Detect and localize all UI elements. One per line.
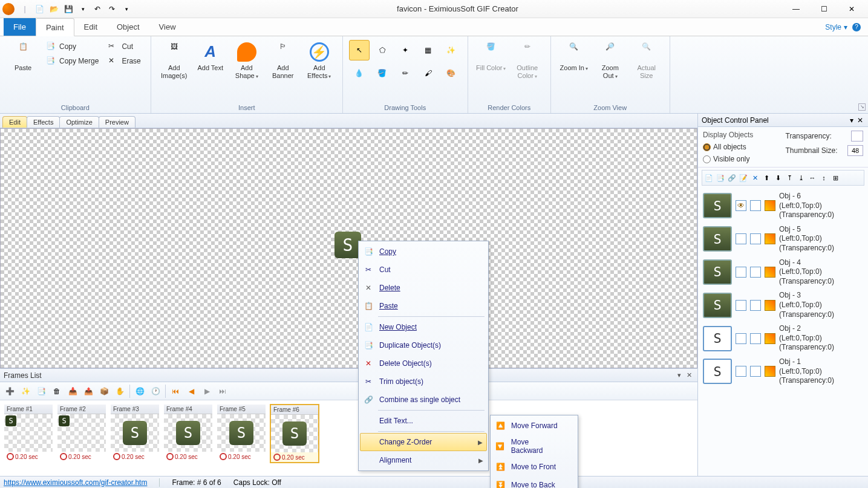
object-item[interactable]: S Obj - 6(Left:0,Top:0)(Transparency:0): [702, 189, 864, 223]
ftb-last-icon[interactable]: ⏭: [215, 384, 230, 399]
obj-visibility-toggle[interactable]: [736, 267, 746, 278]
rptb-b-icon[interactable]: ↕: [818, 172, 829, 183]
sparkle-tool[interactable]: ✨: [441, 40, 462, 60]
fill-color-button[interactable]: 🪣Fill Color: [474, 40, 508, 74]
ctx-delete-obj[interactable]: ✕Delete Object(s): [360, 354, 487, 373]
spray-tool[interactable]: 🎨: [441, 63, 462, 83]
ftb-magic-icon[interactable]: ✨: [18, 384, 33, 399]
rptb-a-icon[interactable]: ↔: [807, 172, 818, 183]
ctx-edit-text[interactable]: Edit Text...: [360, 412, 487, 430]
obj-lock-toggle[interactable]: [750, 366, 761, 377]
frames-options-icon[interactable]: ▾: [674, 371, 684, 380]
obj-color-toggle[interactable]: [765, 200, 775, 211]
add-effects-button[interactable]: ⚡Add Effects: [302, 40, 336, 82]
ctx-copy[interactable]: 📑Copy: [360, 242, 487, 261]
open-icon[interactable]: 📂: [47, 2, 60, 16]
ftb-add-icon[interactable]: ➕: [2, 384, 17, 399]
obj-color-toggle[interactable]: [765, 366, 775, 377]
sub-forward[interactable]: 🔼Move Forward: [492, 417, 576, 435]
obj-color-toggle[interactable]: [765, 333, 775, 344]
object-item[interactable]: S Obj - 3(Left:0,Top:0)(Transparency:0): [702, 288, 864, 322]
ftb-hand-icon[interactable]: ✋: [113, 384, 127, 399]
tab-effects[interactable]: Effects: [27, 116, 60, 128]
ftb-dup-icon[interactable]: 📑: [34, 384, 48, 399]
rptb-bot-icon[interactable]: ⤓: [795, 172, 806, 183]
frame-item[interactable]: Frame #5 S 0.20 sec: [217, 404, 266, 463]
copy-merge-button[interactable]: 📑Copy Merge: [42, 54, 102, 68]
add-shape-button[interactable]: Add Shape: [230, 40, 264, 82]
paste-button[interactable]: 📋Paste: [6, 40, 40, 74]
ctx-trim[interactable]: ✂Trim object(s): [360, 373, 487, 391]
object-tab[interactable]: Object: [107, 18, 149, 36]
ftb-box-icon[interactable]: 📦: [97, 384, 111, 399]
obj-panel-options-icon[interactable]: ▾: [847, 116, 856, 125]
ctx-new-object[interactable]: 📄New Object: [360, 318, 487, 336]
new-doc-icon[interactable]: 📄: [33, 2, 46, 16]
redo-icon[interactable]: ↷: [105, 2, 119, 16]
copy-button[interactable]: 📑Copy: [42, 40, 102, 53]
ctx-cut[interactable]: ✂Cut: [360, 261, 487, 279]
ribbon-collapse-icon[interactable]: ↘: [858, 103, 866, 111]
cut-button[interactable]: ✂Cut: [105, 40, 144, 53]
paint-tab[interactable]: Paint: [36, 18, 74, 36]
minimize-button[interactable]: —: [782, 1, 810, 18]
rptb-up-icon[interactable]: ⬆: [761, 172, 772, 183]
save-icon[interactable]: 💾: [62, 2, 75, 16]
close-button[interactable]: ✕: [838, 1, 866, 18]
view-tab[interactable]: View: [149, 18, 186, 36]
obj-color-toggle[interactable]: [765, 233, 775, 244]
ctx-delete[interactable]: ✕Delete: [360, 279, 487, 297]
bucket-tool[interactable]: 🪣: [372, 63, 393, 83]
tab-optimize[interactable]: Optimize: [59, 116, 99, 128]
maximize-button[interactable]: ☐: [810, 1, 838, 18]
ctx-paste[interactable]: 📋Paste: [360, 297, 487, 315]
style-button[interactable]: Style▾?: [818, 18, 868, 36]
obj-visibility-toggle[interactable]: [736, 200, 746, 211]
pencil-tool[interactable]: ✏: [395, 63, 416, 83]
add-banner-button[interactable]: 🏳Add Banner: [266, 40, 300, 82]
zoom-out-button[interactable]: 🔎Zoom Out: [593, 40, 627, 82]
all-objects-radio[interactable]: All objects: [703, 143, 781, 151]
brush-tool[interactable]: 🖌: [418, 63, 439, 83]
ftb-clock-icon[interactable]: 🕐: [148, 384, 163, 399]
obj-visibility-toggle[interactable]: [736, 233, 746, 244]
add-images-button[interactable]: 🖼Add Image(s): [157, 40, 191, 82]
sub-backward[interactable]: 🔽Move Backward: [492, 435, 576, 458]
sub-back[interactable]: ⏬Move to Back: [492, 476, 576, 488]
tab-preview[interactable]: Preview: [99, 116, 135, 128]
ftb-export-icon[interactable]: 📤: [81, 384, 96, 399]
status-url[interactable]: https://www.eximioussoft.com/gif-creator…: [4, 478, 147, 487]
object-item[interactable]: S Obj - 5(Left:0,Top:0)(Transparency:0): [702, 223, 864, 256]
object-item[interactable]: S Obj - 2(Left:0,Top:0)(Transparency:0): [702, 322, 864, 355]
add-text-button[interactable]: AAdd Text: [194, 40, 227, 74]
ctx-zorder[interactable]: Change Z-Order▶: [360, 433, 487, 451]
rptb-c-icon[interactable]: ⊞: [830, 172, 841, 183]
rptb-props-icon[interactable]: 📝: [738, 172, 749, 183]
zoom-in-button[interactable]: 🔍Zoom In: [557, 40, 591, 74]
obj-lock-toggle[interactable]: [750, 200, 761, 211]
actual-size-button[interactable]: 🔍Actual Size: [630, 40, 664, 82]
ftb-import-icon[interactable]: 📥: [65, 384, 80, 399]
rptb-top-icon[interactable]: ⤒: [784, 172, 795, 183]
transparency-field[interactable]: [851, 131, 863, 142]
ftb-next-icon[interactable]: ▶: [200, 384, 214, 399]
frame-item[interactable]: Frame #2 S 0.20 sec: [57, 404, 106, 463]
thumb-size-input[interactable]: [847, 145, 863, 156]
obj-visibility-toggle[interactable]: [736, 300, 746, 311]
object-item[interactable]: S Obj - 1(Left:0,Top:0)(Transparency:0): [702, 355, 864, 388]
frame-item[interactable]: Frame #6 S 0.20 sec: [270, 404, 319, 463]
obj-color-toggle[interactable]: [765, 267, 775, 278]
magic-wand-tool[interactable]: ✦: [395, 40, 416, 60]
ctx-combine[interactable]: 🔗Combine as single object: [360, 391, 487, 409]
obj-panel-close-icon[interactable]: ✕: [856, 116, 864, 125]
rptb-down-icon[interactable]: ⬇: [772, 172, 783, 183]
obj-lock-toggle[interactable]: [750, 300, 761, 311]
frame-item[interactable]: Frame #1 S 0.20 sec: [4, 404, 53, 463]
obj-visibility-toggle[interactable]: [736, 366, 746, 377]
ftb-first-icon[interactable]: ⏮: [168, 384, 183, 399]
erase-button[interactable]: ✕Erase: [105, 54, 144, 68]
ctx-alignment[interactable]: Alignment▶: [360, 451, 487, 469]
frame-item[interactable]: Frame #3 S 0.20 sec: [110, 404, 160, 463]
lasso-tool[interactable]: ⬠: [372, 40, 393, 60]
select-tool[interactable]: ↖: [349, 40, 370, 60]
